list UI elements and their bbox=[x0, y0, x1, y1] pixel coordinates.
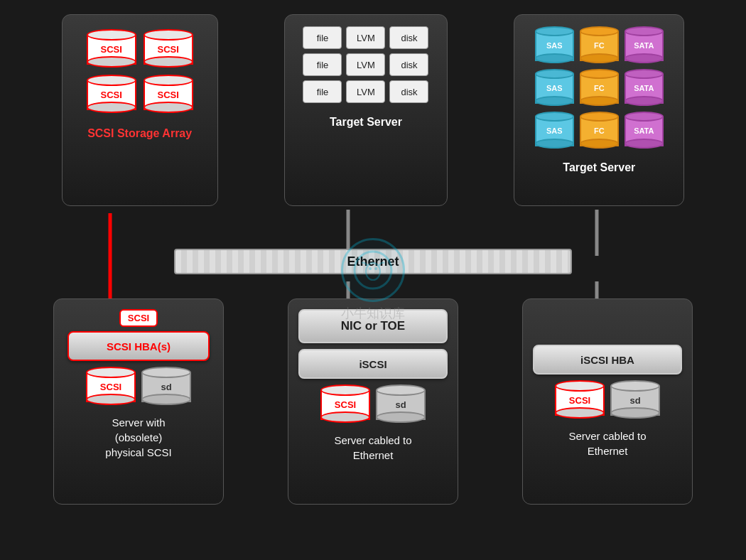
sas-disk-3: SAS bbox=[535, 112, 574, 149]
scsi-disk-2: SCSI bbox=[144, 29, 193, 68]
iscsi-box: iSCSI bbox=[298, 349, 448, 379]
storage-row-2: file LVM disk bbox=[303, 53, 428, 76]
server3-panel: iSCSI HBA SCSI sd Server cabled toEthern… bbox=[522, 298, 693, 505]
fc-disk-2: FC bbox=[580, 69, 619, 106]
storage-rows-1: file LVM disk file LVM disk file LVM dis… bbox=[303, 26, 428, 103]
file-1: file bbox=[303, 26, 342, 49]
server1-panel: SCSI SCSI HBA(s) SCSI sd Server with(obs… bbox=[53, 298, 224, 505]
disk-3: disk bbox=[389, 80, 428, 103]
server3-scsi-disk: SCSI bbox=[555, 380, 605, 419]
target-server-2-label: Target Server bbox=[563, 161, 635, 174]
server1-disk-group: SCSI sd bbox=[86, 367, 191, 405]
scsi-array-panel: SCSI SCSI SCSI SCSI bbox=[62, 14, 218, 206]
ethernet-label: Ethernet bbox=[347, 254, 399, 269]
scsi-hba-box: SCSI HBA(s) bbox=[67, 331, 210, 361]
iscsi-hba-box: iSCSI HBA bbox=[533, 345, 682, 375]
target-server-2-panel: SAS FC SATA SAS bbox=[514, 14, 684, 206]
server2-disk-group: SCSI sd bbox=[320, 384, 426, 423]
server2-sd-disk: sd bbox=[376, 384, 426, 423]
server2-scsi-disk: SCSI bbox=[320, 384, 370, 423]
diagram-container: SCSI SCSI SCSI SCSI bbox=[0, 0, 746, 560]
storage-row-1: file LVM disk bbox=[303, 26, 428, 49]
disk-1: disk bbox=[389, 26, 428, 49]
sata-disk-1: SATA bbox=[625, 26, 664, 63]
sas-disk-1: SAS bbox=[535, 26, 574, 63]
ethernet-bar: Ethernet bbox=[174, 249, 572, 274]
server3-disk-group: SCSI sd bbox=[555, 380, 660, 419]
server1-label: Server with(obsolete)physical SCSI bbox=[105, 415, 171, 460]
scsi-connector-label: SCSI bbox=[119, 309, 158, 327]
scsi-disks-grid: SCSI SCSI SCSI SCSI bbox=[87, 29, 193, 113]
scsi-disk-1: SCSI bbox=[87, 29, 136, 68]
scsi-disk-4: SCSI bbox=[144, 75, 193, 113]
server1-scsi-disk: SCSI bbox=[86, 367, 136, 405]
storage-row-3: file LVM disk bbox=[303, 80, 428, 103]
server1-sd-disk: sd bbox=[141, 367, 191, 405]
lvm-1: LVM bbox=[346, 26, 385, 49]
fc-disk-3: FC bbox=[580, 112, 619, 149]
scsi-disk-3: SCSI bbox=[87, 75, 136, 113]
server2-label: Server cabled toEthernet bbox=[334, 433, 411, 463]
server3-sd-disk: sd bbox=[610, 380, 660, 419]
scsi-array-label: SCSI Storage Array bbox=[87, 127, 192, 140]
disk-2: disk bbox=[389, 53, 428, 76]
target-server-1-label: Target Server bbox=[330, 116, 402, 129]
lvm-3: LVM bbox=[346, 80, 385, 103]
fc-disk-1: FC bbox=[580, 26, 619, 63]
server3-label: Server cabled toEthernet bbox=[568, 429, 646, 458]
file-2: file bbox=[303, 53, 342, 76]
sata-disk-2: SATA bbox=[625, 69, 664, 106]
server2-panel: NIC or TOE iSCSI SCSI sd Server cabled t… bbox=[288, 298, 458, 505]
ethernet-section: Ethernet bbox=[167, 249, 579, 277]
lvm-2: LVM bbox=[346, 53, 385, 76]
file-3: file bbox=[303, 80, 342, 103]
sas-disk-2: SAS bbox=[535, 69, 574, 106]
colored-disks-grid: SAS FC SATA SAS bbox=[535, 26, 664, 149]
sata-disk-3: SATA bbox=[625, 112, 664, 149]
nic-toe-box: NIC or TOE bbox=[298, 309, 448, 343]
target-server-1-panel: file LVM disk file LVM disk file LVM dis… bbox=[284, 14, 448, 206]
